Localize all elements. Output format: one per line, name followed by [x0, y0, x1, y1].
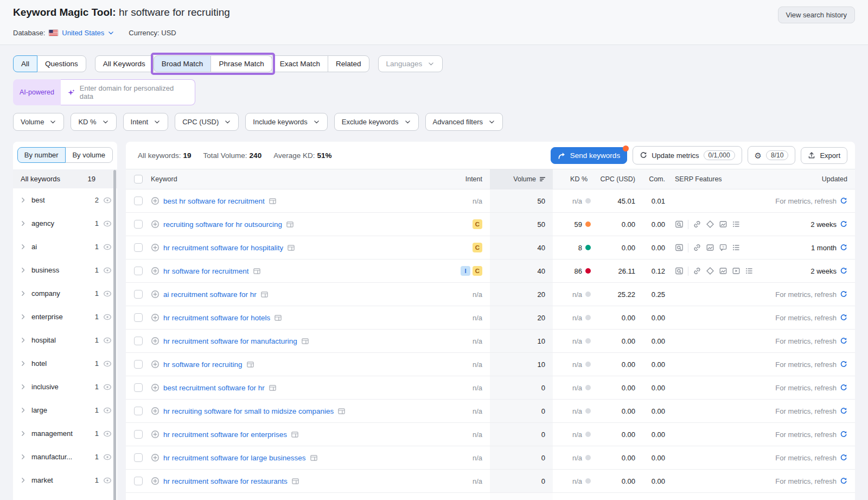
- diamond-icon[interactable]: [706, 267, 714, 275]
- refresh-row-icon[interactable]: [840, 431, 847, 438]
- refresh-row-icon[interactable]: [840, 290, 847, 298]
- group-row-business[interactable]: business 1: [13, 258, 117, 282]
- serp-card-icon[interactable]: [269, 384, 277, 392]
- filter-volume[interactable]: Volume: [13, 113, 64, 131]
- question-icon[interactable]: [719, 243, 727, 252]
- eye-icon[interactable]: [103, 289, 112, 298]
- tab-questions[interactable]: Questions: [37, 55, 86, 72]
- col-com[interactable]: Com.: [640, 175, 669, 183]
- col-kd[interactable]: KD %: [553, 175, 595, 183]
- keyword-link[interactable]: hr recruitment software for large busine…: [163, 454, 306, 462]
- image-icon[interactable]: [706, 243, 714, 252]
- row-checkbox[interactable]: [134, 360, 143, 369]
- filter-advanced-filters[interactable]: Advanced filters: [425, 113, 503, 131]
- eye-icon[interactable]: [103, 219, 112, 228]
- refresh-row-icon[interactable]: [840, 337, 847, 345]
- refresh-row-icon[interactable]: [840, 244, 847, 251]
- filter-exclude-keywords[interactable]: Exclude keywords: [334, 113, 419, 131]
- add-keyword-icon[interactable]: [151, 243, 159, 252]
- list-icon[interactable]: [745, 267, 754, 275]
- database-selector[interactable]: Database: United States: [13, 29, 114, 37]
- refresh-row-icon[interactable]: [840, 220, 847, 228]
- add-keyword-icon[interactable]: [151, 430, 159, 439]
- group-row-hotel[interactable]: hotel 1: [13, 352, 117, 375]
- send-keywords-button[interactable]: Send keywords: [551, 147, 627, 164]
- tab-related[interactable]: Related: [328, 55, 369, 72]
- keyword-link[interactable]: best recruitment software for hr: [163, 384, 265, 392]
- serp-card-icon[interactable]: [337, 407, 346, 415]
- link-icon[interactable]: [693, 243, 701, 252]
- row-checkbox[interactable]: [134, 407, 143, 415]
- add-keyword-icon[interactable]: [151, 267, 159, 275]
- keyword-link[interactable]: hr recruitment software for hotels: [163, 314, 270, 322]
- serp-card-icon[interactable]: [246, 360, 254, 369]
- serp-card-icon[interactable]: [291, 477, 299, 485]
- group-row-best[interactable]: best 2: [13, 188, 117, 212]
- list-icon[interactable]: [732, 220, 741, 229]
- link-icon[interactable]: [693, 267, 701, 275]
- filter-kd[interactable]: KD %: [71, 113, 116, 131]
- refresh-row-icon[interactable]: [840, 407, 847, 415]
- image-icon[interactable]: [719, 220, 727, 229]
- refresh-row-icon[interactable]: [840, 267, 847, 275]
- add-keyword-icon[interactable]: [151, 407, 159, 415]
- serp-card-icon[interactable]: [274, 314, 282, 322]
- row-checkbox[interactable]: [134, 337, 143, 345]
- eye-icon[interactable]: [103, 359, 112, 368]
- serp-card-icon[interactable]: [310, 454, 318, 462]
- view-search-history-button[interactable]: View search history: [778, 7, 855, 23]
- eye-icon[interactable]: [103, 453, 112, 461]
- add-keyword-icon[interactable]: [151, 360, 159, 369]
- add-keyword-icon[interactable]: [151, 453, 159, 462]
- col-cpc[interactable]: CPC (USD): [595, 175, 640, 183]
- group-row-market[interactable]: market 1: [13, 469, 117, 492]
- row-checkbox[interactable]: [134, 383, 143, 392]
- add-keyword-icon[interactable]: [151, 337, 159, 345]
- diamond-icon[interactable]: [706, 220, 714, 229]
- update-metrics-button[interactable]: Update metrics 0/1,000: [633, 146, 742, 164]
- languages-dropdown[interactable]: Languages: [378, 55, 443, 72]
- tab-exact-match[interactable]: Exact Match: [272, 55, 328, 72]
- keyword-link[interactable]: hr software for recruitment: [163, 267, 249, 275]
- col-keyword[interactable]: Keyword: [151, 175, 445, 183]
- export-button[interactable]: Export: [801, 147, 847, 164]
- keyword-link[interactable]: ai recruitment software for hr: [163, 290, 257, 299]
- serp-card-icon[interactable]: [286, 220, 294, 229]
- refresh-row-icon[interactable]: [840, 454, 847, 461]
- add-keyword-icon[interactable]: [151, 220, 159, 229]
- tab-all[interactable]: All: [13, 55, 37, 72]
- eye-icon[interactable]: [103, 406, 112, 415]
- group-row-company[interactable]: company 1: [13, 282, 117, 305]
- keyword-link[interactable]: best hr software for recruitment: [163, 197, 265, 205]
- refresh-row-icon[interactable]: [840, 314, 847, 321]
- serp-preview-icon[interactable]: [675, 220, 684, 229]
- serp-card-icon[interactable]: [287, 244, 295, 252]
- list-icon[interactable]: [732, 243, 741, 252]
- serp-preview-icon[interactable]: [675, 243, 684, 252]
- row-checkbox[interactable]: [134, 220, 143, 229]
- serp-card-icon[interactable]: [253, 267, 261, 275]
- eye-icon[interactable]: [103, 313, 112, 321]
- eye-icon[interactable]: [103, 336, 112, 345]
- add-keyword-icon[interactable]: [151, 383, 159, 392]
- keyword-link[interactable]: hr recruitment software for enterprises: [163, 431, 287, 439]
- eye-icon[interactable]: [103, 196, 112, 205]
- refresh-row-icon[interactable]: [840, 197, 847, 205]
- group-row-manufactur[interactable]: manufactur... 1: [13, 445, 117, 469]
- eye-icon[interactable]: [103, 429, 112, 438]
- group-row-ai[interactable]: ai 1: [13, 235, 117, 258]
- keyword-link[interactable]: hr recruitment software for hospitality: [163, 244, 283, 252]
- group-row-enterprise[interactable]: enterprise 1: [13, 305, 117, 328]
- filter-include-keywords[interactable]: Include keywords: [245, 113, 327, 131]
- row-checkbox[interactable]: [134, 453, 143, 462]
- serp-card-icon[interactable]: [269, 197, 277, 205]
- sidebar-scrollbar[interactable]: [113, 170, 116, 500]
- add-keyword-icon[interactable]: [151, 197, 159, 205]
- domain-input[interactable]: Enter domain for personalized data: [61, 79, 195, 105]
- serp-card-icon[interactable]: [301, 337, 309, 345]
- select-all-checkbox[interactable]: [134, 175, 143, 183]
- col-intent[interactable]: Intent: [445, 175, 490, 183]
- eye-icon[interactable]: [103, 266, 112, 275]
- tab-phrase-match[interactable]: Phrase Match: [210, 55, 272, 72]
- row-checkbox[interactable]: [134, 197, 143, 205]
